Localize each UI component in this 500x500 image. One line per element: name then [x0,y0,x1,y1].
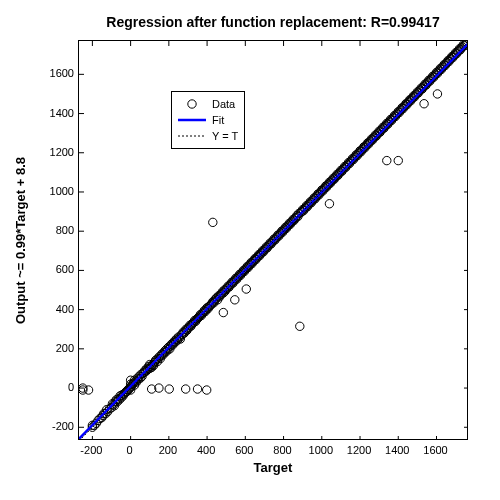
svg-point-40 [188,100,196,108]
y-tick-label: -200 [26,420,74,432]
legend-entry-yeq: Y = T [178,128,238,144]
data-point [394,156,402,164]
data-point [203,386,211,394]
x-tick-label: 1400 [385,444,409,456]
data-point [84,386,92,394]
x-tick-label: 600 [235,444,253,456]
legend-swatch-fit [178,113,206,127]
plot-svg [79,41,467,439]
data-point [383,156,391,164]
data-point [181,385,189,393]
x-tick-label: 800 [273,444,291,456]
x-tick-label: 200 [159,444,177,456]
plot-area: Data Fit Y = T [78,40,468,440]
legend-swatch-yeq [178,129,206,143]
y-tick-label: 0 [26,381,74,393]
y-tick-label: 400 [26,303,74,315]
x-tick-label: -200 [80,444,102,456]
x-tick-label: 1600 [423,444,447,456]
y-tick-label: 600 [26,263,74,275]
data-point [242,285,250,293]
y-tick-label: 1200 [26,146,74,158]
x-tick-label: 0 [127,444,133,456]
legend-label-fit: Fit [212,114,224,126]
x-tick-label: 1200 [347,444,371,456]
legend-swatch-data [178,97,206,111]
data-point [433,90,441,98]
legend: Data Fit Y = T [171,91,245,149]
data-point [420,100,428,108]
x-axis-label: Target [78,460,468,475]
data-point [209,218,217,226]
y-tick-label: 800 [26,224,74,236]
legend-entry-fit: Fit [178,112,238,128]
legend-label-data: Data [212,98,235,110]
y-axis-label: Output ~= 0.99*Target + 8.8 [10,40,30,440]
y-tick-label: 200 [26,342,74,354]
y-tick-label: 1400 [26,107,74,119]
chart-figure: Regression after function replacement: R… [0,0,500,500]
data-point [193,385,201,393]
data-point [231,296,239,304]
chart-title: Regression after function replacement: R… [78,14,468,30]
data-point [325,200,333,208]
y-tick-label: 1600 [26,67,74,79]
data-point [165,385,173,393]
data-point [296,322,304,330]
y-tick-label: 1000 [26,185,74,197]
legend-label-yeq: Y = T [212,130,238,142]
data-point [219,308,227,316]
x-tick-label: 400 [197,444,215,456]
x-tick-label: 1000 [309,444,333,456]
legend-entry-data: Data [178,96,238,112]
